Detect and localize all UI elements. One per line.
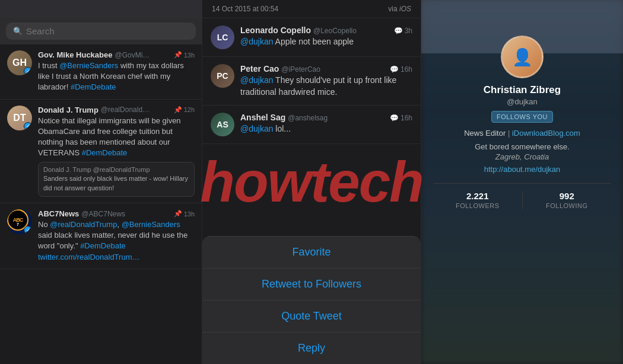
profile-handle: @dujkan <box>507 97 538 106</box>
pin-icon: 📌 <box>174 106 182 114</box>
followers-count: 2.221 <box>433 191 522 201</box>
mid-text: @dujkan They should've put it up front l… <box>240 75 412 98</box>
profile-location: Zagreb, Croatia <box>495 152 549 161</box>
tweet-time: 13h <box>184 210 195 218</box>
mid-via: via iOS <box>388 5 411 13</box>
tweet-link: twitter.com/realDonaldTrum… <box>38 253 139 261</box>
tweet-text: Notice that illegal immigrants will be g… <box>38 116 195 159</box>
mid-tweet-header: Peter Cao @iPeterCao 💬 16h <box>240 64 412 74</box>
profile-bio-line: News Editor | iDownloadBlog.com <box>464 129 580 138</box>
followers-stat: 2.221 FOLLOWERS <box>433 191 522 209</box>
tweet-handle: @GovMi… <box>115 51 150 59</box>
tweet-header: Gov. Mike Huckabee @GovMi… 📌 13h <box>38 50 195 59</box>
follows-you-badge: FOLLOWS YOU <box>491 111 553 123</box>
tweet-hashtag: #DemDebate <box>71 82 116 91</box>
favorite-action[interactable]: Favorite <box>202 237 421 269</box>
tweet-mention: @BernieSanders <box>59 61 118 70</box>
profile-url[interactable]: http://about.me/dujkan <box>484 165 561 174</box>
profile-avatar: 👤 <box>501 36 543 78</box>
middle-panel: 14 Oct 2015 at 00:54 via iOS LC Leonardo… <box>202 0 421 364</box>
bio-separator: | <box>508 129 512 138</box>
quote-tweet-action[interactable]: Quote Tweet <box>202 301 421 333</box>
pin-icon: 📌 <box>174 210 182 218</box>
mid-author: Leonardo Copello <box>240 25 311 35</box>
action-sheet: Favorite Retweet to Followers Quote Twee… <box>202 236 421 364</box>
bubble-icon: 💬 <box>390 114 399 122</box>
tweet-author: Gov. Mike Huckabee <box>38 50 112 59</box>
tweet-mention: @dujkan <box>240 37 273 46</box>
tweet-content: ABC7News @ABC7News 📌 13h No @realDonaldT… <box>38 209 195 263</box>
mid-tweet[interactable]: PC Peter Cao @iPeterCao 💬 16h @dujkan Th… <box>202 57 421 106</box>
mid-tweet[interactable]: AS Anshel Sag @anshelsag 💬 16h @dujkan l… <box>202 106 421 144</box>
tweet-item[interactable]: ABC 7 ABC7News @ABC7News 📌 13h <box>0 203 202 269</box>
mid-text: @dujkan Apple not been apple <box>240 36 412 48</box>
mid-tweet-content: Anshel Sag @anshelsag 💬 16h @dujkan lol.… <box>240 113 412 136</box>
avatar: GH <box>7 50 32 75</box>
profile-stats: 2.221 FOLLOWERS 992 FOLLOWING <box>433 183 611 209</box>
tweet-text: I trust @BernieSanders with my tax dolla… <box>38 60 195 93</box>
tweet-handle: @realDonald… <box>101 106 150 114</box>
mid-handle: @anshelsag <box>288 114 328 122</box>
profile-name: Christian Zibreg <box>484 84 561 96</box>
avatar: ABC 7 <box>7 209 32 234</box>
reply-action[interactable]: Reply <box>202 333 421 364</box>
following-stat: 992 FOLLOWING <box>523 191 612 209</box>
following-label: FOLLOWING <box>523 202 612 209</box>
bubble-icon: 💬 <box>390 65 399 74</box>
tweet-hashtag: #DemDebate <box>80 241 126 250</box>
tweet-author: ABC7News <box>38 209 79 218</box>
tweet-quote-box: Donald J. Trump @realDonaldTrump Sanders… <box>38 162 195 197</box>
ios-text: iOS <box>399 5 411 13</box>
mid-handle: @LeoCopello <box>313 27 357 35</box>
search-icon: 🔍 <box>13 27 23 36</box>
tweet-item[interactable]: DT Donald J. Trump @realDonald… 📌 12h No… <box>0 100 202 204</box>
mid-time: 💬 3h <box>394 27 412 35</box>
search-bar[interactable]: 🔍 <box>6 23 196 40</box>
mid-avatar: AS <box>211 113 234 136</box>
avatar-initials: LC <box>211 25 234 49</box>
tweet-time-pin: 📌 13h <box>174 51 195 59</box>
tweet-author: Donald J. Trump <box>38 106 98 114</box>
profile-blog-link[interactable]: iDownloadBlog.com <box>512 129 580 138</box>
tweet-header: ABC7News @ABC7News 📌 13h <box>38 209 195 218</box>
mid-tweet[interactable]: LC Leonardo Copello @LeoCopello 💬 3h @du… <box>202 18 421 57</box>
verified-badge <box>24 122 32 130</box>
tweet-content: Gov. Mike Huckabee @GovMi… 📌 13h I trust… <box>38 50 195 93</box>
tweet-text: No @realDonaldTrump, @BernieSanders said… <box>38 219 195 263</box>
profile-card: 👤 Christian Zibreg @dujkan FOLLOWS YOU N… <box>421 53 623 364</box>
tweet-content: Donald J. Trump @realDonald… 📌 12h Notic… <box>38 106 195 197</box>
search-input[interactable] <box>26 26 189 36</box>
mid-tweet-content: Peter Cao @iPeterCao 💬 16h @dujkan They … <box>240 64 412 98</box>
avatar-initials: AS <box>211 113 234 136</box>
tweet-item[interactable]: GH Gov. Mike Huckabee @GovMi… 📌 13h I tr… <box>0 44 202 100</box>
followers-label: FOLLOWERS <box>433 202 522 209</box>
left-panel: 🔍 GH Gov. Mike Huckabee @GovMi… 📌 <box>0 0 202 364</box>
mid-author: Anshel Sag <box>240 113 285 122</box>
mid-tweet-header: Leonardo Copello @LeoCopello 💬 3h <box>240 25 412 35</box>
avatar: DT <box>7 106 32 130</box>
profile-role: News Editor <box>464 129 506 138</box>
mid-date: 14 Oct 2015 at 00:54 <box>212 5 278 13</box>
search-bar-container: 🔍 <box>0 18 202 44</box>
tweet-mention: @realDonaldTrump <box>50 220 117 229</box>
profile-tagline: Get bored somewhere else. <box>475 142 570 151</box>
mid-text: @dujkan lol... <box>240 123 412 135</box>
profile-avatar-image: 👤 <box>503 37 542 76</box>
mid-tweet-header: Anshel Sag @anshelsag 💬 16h <box>240 113 412 122</box>
bubble-icon: 💬 <box>394 27 403 35</box>
mid-time: 💬 16h <box>390 65 412 74</box>
retweet-action[interactable]: Retweet to Followers <box>202 269 421 301</box>
tweet-time: 12h <box>184 106 195 113</box>
top-blur <box>0 0 202 18</box>
mid-avatar: PC <box>211 64 234 88</box>
tweet-handle: @ABC7News <box>81 210 125 218</box>
mid-time: 💬 16h <box>390 114 412 122</box>
tweet-quote-text: Sanders said only black lives matter - w… <box>43 174 189 193</box>
tweet-mention: @BernieSanders <box>122 220 180 229</box>
mid-header: 14 Oct 2015 at 00:54 via iOS <box>202 0 421 18</box>
tweets-list: GH Gov. Mike Huckabee @GovMi… 📌 13h I tr… <box>0 44 202 360</box>
mid-handle: @iPeterCao <box>281 65 320 74</box>
app-container: 🔍 GH Gov. Mike Huckabee @GovMi… 📌 <box>0 0 623 364</box>
mid-avatar: LC <box>211 25 234 49</box>
tweet-quote-header: Donald J. Trump @realDonaldTrump <box>43 166 189 173</box>
